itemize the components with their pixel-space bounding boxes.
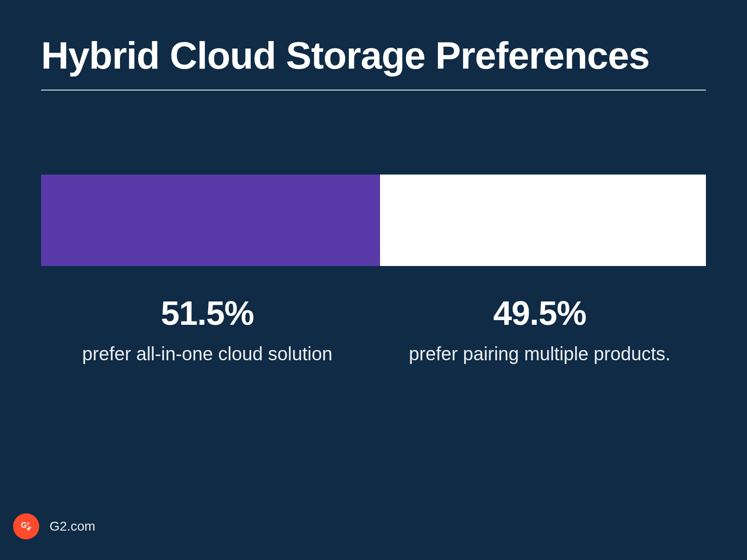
labels-row: 51.5% prefer all-in-one cloud solution 4… bbox=[41, 294, 706, 364]
desc-right: prefer pairing multiple products. bbox=[374, 343, 706, 364]
stacked-bar bbox=[41, 175, 706, 266]
pct-left: 51.5% bbox=[41, 294, 374, 332]
footer-source: G2.com bbox=[49, 519, 95, 534]
bar-segment-multiple-products bbox=[380, 175, 706, 266]
svg-text:2: 2 bbox=[27, 521, 29, 526]
title-divider bbox=[41, 90, 706, 91]
svg-text:G: G bbox=[21, 521, 27, 529]
desc-left: prefer all-in-one cloud solution bbox=[41, 343, 374, 364]
label-col-right: 49.5% prefer pairing multiple products. bbox=[374, 294, 706, 364]
pct-right: 49.5% bbox=[374, 294, 706, 332]
chart-title: Hybrid Cloud Storage Preferences bbox=[0, 0, 747, 90]
bar-segment-all-in-one bbox=[41, 175, 380, 266]
chart-area: 51.5% prefer all-in-one cloud solution 4… bbox=[41, 175, 706, 364]
footer: G 2 G2.com bbox=[13, 513, 95, 539]
g2-logo-icon: G 2 bbox=[13, 513, 39, 539]
label-col-left: 51.5% prefer all-in-one cloud solution bbox=[41, 294, 374, 364]
